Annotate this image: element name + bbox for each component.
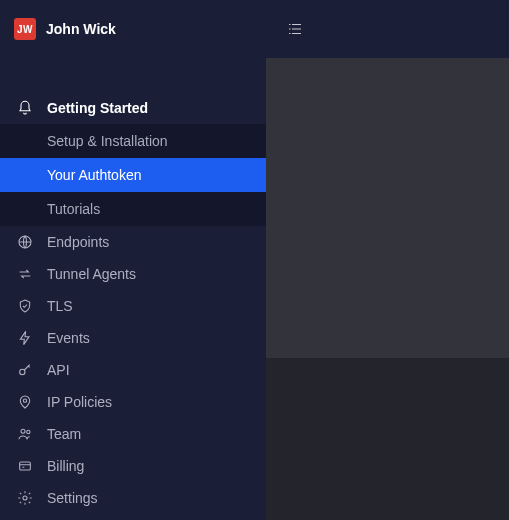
nav-label: Tunnel Agents xyxy=(47,266,136,282)
shield-icon xyxy=(16,297,34,315)
svg-point-2 xyxy=(23,399,26,402)
subnav-your-authtoken[interactable]: Your Authtoken xyxy=(0,158,266,192)
nav: Getting Started Setup & Installation You… xyxy=(0,92,266,514)
content-panel xyxy=(266,58,509,358)
subnav-setup-installation[interactable]: Setup & Installation xyxy=(0,124,266,158)
nav-label: Team xyxy=(47,426,81,442)
user-row[interactable]: JW John Wick xyxy=(0,0,266,54)
swap-icon xyxy=(16,265,34,283)
nav-tls[interactable]: TLS xyxy=(0,290,266,322)
nav-events[interactable]: Events xyxy=(0,322,266,354)
nav-tunnel-agents[interactable]: Tunnel Agents xyxy=(0,258,266,290)
svg-rect-5 xyxy=(20,462,31,470)
svg-point-4 xyxy=(27,430,30,433)
main-area xyxy=(266,0,509,520)
nav-label: IP Policies xyxy=(47,394,112,410)
nav-billing[interactable]: Billing xyxy=(0,450,266,482)
nav-label: Settings xyxy=(47,490,98,506)
svg-point-6 xyxy=(23,496,27,500)
subnav-tutorials[interactable]: Tutorials xyxy=(0,192,266,226)
key-icon xyxy=(16,361,34,379)
svg-point-1 xyxy=(20,369,25,374)
nav-label: Getting Started xyxy=(47,100,148,116)
svg-point-3 xyxy=(21,429,25,433)
globe-icon xyxy=(16,233,34,251)
billing-icon xyxy=(16,457,34,475)
nav-label: TLS xyxy=(47,298,73,314)
nav-label: Billing xyxy=(47,458,84,474)
location-icon xyxy=(16,393,34,411)
gear-icon xyxy=(16,489,34,507)
team-icon xyxy=(16,425,34,443)
nav-team[interactable]: Team xyxy=(0,418,266,450)
lightning-icon xyxy=(16,329,34,347)
bell-icon xyxy=(16,99,34,117)
sidebar: JW John Wick Getting Started Setup & Ins… xyxy=(0,0,266,520)
nav-getting-started[interactable]: Getting Started xyxy=(0,92,266,124)
sidebar-toggle-icon[interactable] xyxy=(284,18,306,40)
user-name: John Wick xyxy=(46,21,116,37)
nav-label: Endpoints xyxy=(47,234,109,250)
avatar: JW xyxy=(14,18,36,40)
nav-settings[interactable]: Settings xyxy=(0,482,266,514)
nav-endpoints[interactable]: Endpoints xyxy=(0,226,266,258)
topbar xyxy=(266,0,509,58)
nav-label: API xyxy=(47,362,70,378)
nav-label: Events xyxy=(47,330,90,346)
nav-ip-policies[interactable]: IP Policies xyxy=(0,386,266,418)
nav-api[interactable]: API xyxy=(0,354,266,386)
